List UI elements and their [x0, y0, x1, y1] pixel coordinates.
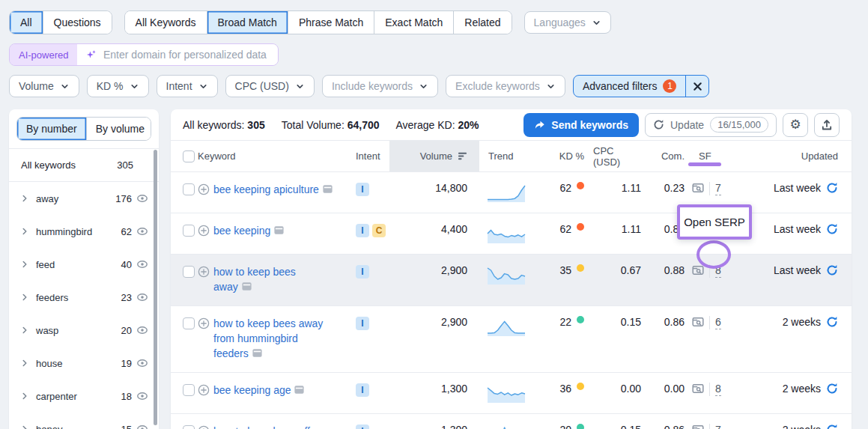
tab-related[interactable]: Related: [454, 11, 511, 34]
update-metrics-button[interactable]: Update 16/15,000: [645, 113, 777, 137]
domain-input[interactable]: [103, 49, 269, 61]
cell-volume: 2,900: [389, 316, 479, 328]
serp-preview-icon[interactable]: [241, 281, 252, 296]
filter-dropdown-include-keywords[interactable]: Include keywords: [322, 75, 438, 97]
col-header-intent[interactable]: Intent: [350, 141, 389, 171]
col-header-kd[interactable]: KD %: [545, 141, 593, 171]
sidebar-item-feeders[interactable]: feeders23: [9, 281, 159, 314]
kd-status-dot: [577, 383, 584, 390]
filter-dropdown-intent[interactable]: Intent: [157, 75, 218, 97]
filter-dropdown-cpc-usd-[interactable]: CPC (USD): [225, 75, 315, 97]
refresh-keyword-icon[interactable]: [826, 223, 838, 235]
keyword-link[interactable]: how to keep bees awayfrom hummingbirdfee…: [213, 316, 323, 362]
add-keyword-icon[interactable]: [198, 182, 210, 198]
eye-icon[interactable]: [136, 357, 148, 369]
serp-preview-icon[interactable]: [273, 225, 285, 240]
sidebar-all-keywords-row[interactable]: All keywords 305: [9, 149, 159, 182]
add-keyword-icon[interactable]: [198, 316, 210, 332]
add-keyword-icon[interactable]: [198, 383, 210, 399]
tab-broad-match[interactable]: Broad Match: [207, 11, 288, 34]
sidebar-tab-by-number[interactable]: By number: [17, 118, 87, 140]
eye-icon[interactable]: [136, 423, 148, 429]
updated-text: 2 weeks: [783, 424, 821, 429]
col-header-com[interactable]: Com.: [661, 141, 692, 171]
tab-questions[interactable]: Questions: [43, 11, 112, 34]
settings-button[interactable]: ⚙: [783, 113, 808, 137]
add-keyword-icon[interactable]: [198, 264, 210, 281]
sf-count-link[interactable]: 8: [715, 264, 721, 278]
sidebar-item-honey[interactable]: honey15: [9, 413, 159, 429]
filter-dropdown-exclude-keywords[interactable]: Exclude keywords: [446, 75, 565, 97]
tab-phrase-match[interactable]: Phrase Match: [288, 11, 374, 34]
keyword-link[interactable]: bee keeping apiculture: [213, 182, 333, 198]
kd-value: 35: [559, 264, 571, 276]
tab-all-keywords[interactable]: All Keywords: [125, 11, 207, 34]
refresh-keyword-icon[interactable]: [826, 182, 838, 194]
select-all-checkbox[interactable]: [183, 150, 195, 162]
row-checkbox[interactable]: [183, 225, 195, 237]
tab-all[interactable]: All: [10, 11, 43, 34]
refresh-keyword-icon[interactable]: [826, 424, 838, 429]
sf-count-link[interactable]: 7: [715, 182, 721, 195]
tab-exact-match[interactable]: Exact Match: [374, 11, 454, 34]
keyword-line: how to keep bees: [213, 264, 296, 279]
eye-icon[interactable]: [136, 258, 148, 270]
eye-icon[interactable]: [136, 225, 148, 237]
cell-cpc: 0.15: [593, 424, 661, 429]
sidebar-item-wasp[interactable]: wasp20: [9, 314, 159, 347]
row-checkbox[interactable]: [183, 384, 195, 396]
open-serp-icon[interactable]: [692, 316, 704, 328]
send-keywords-button[interactable]: Send keywords: [523, 113, 639, 137]
col-header-updated[interactable]: Updated: [737, 141, 838, 171]
serp-preview-icon[interactable]: [294, 384, 305, 399]
filter-dropdown-kd-[interactable]: KD %: [87, 75, 149, 97]
keyword-link[interactable]: bee keeping age: [213, 383, 305, 399]
add-keyword-icon[interactable]: [198, 223, 210, 240]
sidebar-scrollbar[interactable]: [154, 150, 157, 425]
keyword-link[interactable]: how to keep bees offhummingbird feeder: [213, 424, 321, 429]
sidebar-item-carpenter[interactable]: carpenter18: [9, 380, 159, 413]
row-checkbox[interactable]: [183, 425, 195, 429]
chevron-right-icon: [19, 292, 30, 302]
cell-sf: 7: [692, 424, 737, 429]
col-header-volume[interactable]: Volume: [389, 141, 479, 171]
sidebar-item-house[interactable]: house19: [9, 347, 159, 380]
open-serp-icon[interactable]: [692, 424, 704, 429]
serp-preview-icon[interactable]: [252, 347, 263, 362]
refresh-keyword-icon[interactable]: [826, 316, 838, 328]
open-serp-icon[interactable]: [692, 264, 704, 276]
eye-icon[interactable]: [136, 192, 148, 204]
col-header-keyword[interactable]: Keyword: [198, 141, 350, 171]
row-checkbox[interactable]: [183, 183, 195, 195]
sf-count-link[interactable]: 6: [715, 316, 721, 329]
col-header-trend[interactable]: Trend: [479, 141, 545, 171]
table-row: how to keep bees offhummingbird feeder I…: [171, 414, 852, 429]
serp-preview-icon[interactable]: [322, 183, 333, 198]
refresh-keyword-icon[interactable]: [826, 264, 838, 276]
clear-advanced-filters-button[interactable]: [686, 76, 708, 97]
eye-icon[interactable]: [136, 324, 148, 336]
eye-icon[interactable]: [136, 390, 148, 402]
keywords-table-panel: All keywords: 305 Total Volume: 64,700 A…: [171, 109, 852, 429]
sidebar-item-away[interactable]: away176: [9, 182, 159, 215]
sf-count-link[interactable]: 8: [715, 383, 721, 396]
open-serp-icon[interactable]: [692, 182, 704, 194]
keyword-link[interactable]: bee keeping: [213, 223, 285, 240]
languages-dropdown[interactable]: Languages: [524, 11, 611, 34]
sidebar-item-hummingbird[interactable]: hummingbird62: [9, 215, 159, 248]
sidebar-item-feed[interactable]: feed40: [9, 248, 159, 281]
sidebar-tab-by-volume[interactable]: By volume: [87, 118, 151, 140]
open-serp-icon[interactable]: [692, 383, 704, 395]
row-checkbox[interactable]: [183, 317, 195, 329]
sf-count-link[interactable]: 7: [715, 424, 721, 429]
export-button[interactable]: [814, 113, 840, 137]
col-header-cpc[interactable]: CPC (USD): [593, 141, 661, 171]
filter-dropdown-volume[interactable]: Volume: [9, 75, 79, 97]
keyword-link[interactable]: how to keep beesaway: [213, 264, 296, 296]
eye-icon[interactable]: [136, 291, 148, 303]
advanced-filters-button[interactable]: Advanced filters 1: [574, 76, 687, 97]
refresh-keyword-icon[interactable]: [826, 383, 838, 395]
col-header-sf[interactable]: SF: [692, 141, 737, 171]
add-keyword-icon[interactable]: [198, 424, 210, 429]
row-checkbox[interactable]: [183, 266, 195, 278]
